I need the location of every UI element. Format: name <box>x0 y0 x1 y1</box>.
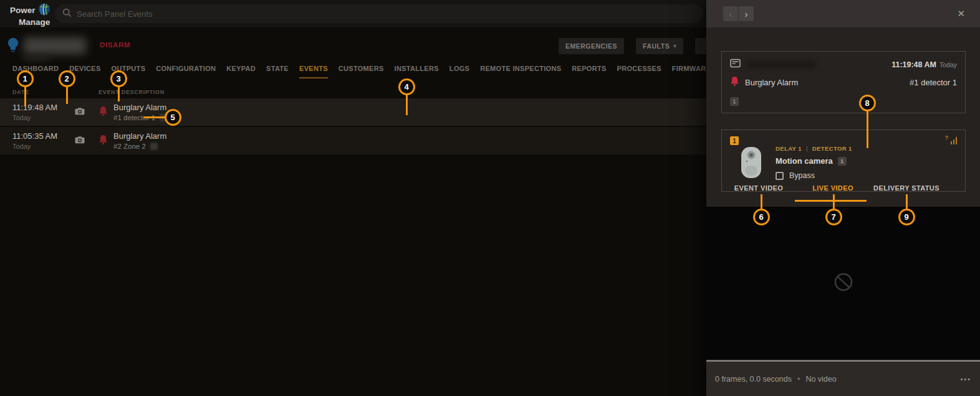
event-title: Burglary Alarm <box>113 103 167 112</box>
detail-panel-header: ‹ › ✕ <box>706 0 980 27</box>
bypass-checkbox[interactable] <box>776 172 784 180</box>
tab-live-video[interactable]: LIVE VIDEO <box>812 184 853 192</box>
event-zone: #1 detector 1 <box>910 78 957 87</box>
callout-line-5 <box>143 116 165 118</box>
close-button[interactable]: ✕ <box>957 8 965 19</box>
search-icon <box>62 8 72 20</box>
panel-bulb-icon <box>6 37 20 57</box>
events-table: DATE EVENT DESCRIPTION 11:19:48 AM Today <box>0 86 706 156</box>
tab-events[interactable]: EVENTS <box>299 65 328 78</box>
event-row-1[interactable]: 11:19:48 AM Today Burglary A <box>0 98 706 126</box>
globe-icon <box>38 3 50 17</box>
zone-badge-redacted <box>150 143 158 150</box>
emergencies-button[interactable]: EMERGENCIES <box>559 38 624 54</box>
callout-line-1 <box>24 87 26 106</box>
device-attr-detector: DETECTOR 1 <box>812 145 852 152</box>
camera-icon <box>75 106 98 118</box>
faults-dropdown[interactable]: FAULTS ▾ <box>636 38 683 54</box>
callout-line-3 <box>118 87 120 101</box>
tab-delivery-status[interactable]: DELIVERY STATUS <box>873 184 939 192</box>
event-pager: ‹ › <box>723 6 754 21</box>
partition-badge: 1 <box>730 97 739 106</box>
event-row-2[interactable]: 11:05:35 AM Today Burglary A <box>0 127 706 154</box>
control-panel-icon <box>730 59 741 70</box>
powermanage-logo: Power Manage <box>10 3 50 27</box>
close-icon: ✕ <box>957 8 965 19</box>
event-title: Burglary Alarm <box>113 131 166 141</box>
search-bar[interactable] <box>55 4 703 23</box>
tab-installers[interactable]: INSTALLERS <box>395 65 439 78</box>
motion-camera-device-image <box>741 146 762 181</box>
camera-icon <box>75 135 98 146</box>
panel-name-redacted <box>746 61 816 68</box>
callout-7: 7 <box>825 209 842 225</box>
chevron-down-icon: ▾ <box>673 43 676 49</box>
chevron-right-icon: › <box>745 9 748 19</box>
alarm-bell-icon <box>98 134 108 148</box>
device-name: Motion camera <box>776 156 833 166</box>
chevron-left-icon: ‹ <box>729 9 733 19</box>
event-time: 11:19:48 AM <box>891 60 936 69</box>
callout-9: 9 <box>898 209 915 225</box>
next-event-button[interactable]: › <box>739 6 754 21</box>
tab-firmware[interactable]: FIRMWARE <box>672 65 711 78</box>
video-tabs: EVENT VIDEO LIVE VIDEO DELIVERY STATUS <box>706 179 980 207</box>
bypass-label: Bypass <box>789 171 815 180</box>
callout-1: 1 <box>17 70 34 87</box>
callout-2: 2 <box>59 70 75 87</box>
event-summary-card: 11:19:48 AM Today Burglary Alarm #1 dete… <box>721 51 966 113</box>
video-frames-status: 0 frames, 0.0 seconds <box>715 375 792 384</box>
tab-reports[interactable]: REPORTS <box>572 65 606 78</box>
alarm-bell-icon <box>730 76 739 89</box>
panel-subname-redacted <box>24 55 50 61</box>
callout-6: 6 <box>753 209 770 225</box>
alarm-bell-icon <box>98 106 108 119</box>
tab-keypad[interactable]: KEYPAD <box>226 65 256 78</box>
video-availability: No video <box>805 375 836 384</box>
logo-text-manage: Manage <box>19 17 50 27</box>
callout-line-9 <box>906 194 908 209</box>
tab-configuration[interactable]: CONFIGURATION <box>156 65 216 78</box>
tab-logs[interactable]: LOGS <box>449 65 469 78</box>
event-detail-panel: ‹ › ✕ 11:19:48 AM <box>706 0 980 396</box>
callout-line-8 <box>867 111 868 148</box>
events-table-header: DATE EVENT DESCRIPTION <box>0 86 706 98</box>
powermanage-app: Power Manage <box>0 0 980 396</box>
event-date-cell: 11:05:35 AM Today <box>12 131 75 150</box>
event-title: Burglary Alarm <box>745 78 798 87</box>
event-date-cell: 11:19:48 AM Today <box>12 103 75 121</box>
previous-event-button[interactable]: ‹ <box>723 6 738 21</box>
callout-3: 3 <box>110 70 127 87</box>
tab-event-video[interactable]: EVENT VIDEO <box>734 184 783 192</box>
tab-customers[interactable]: CUSTOMERS <box>339 65 384 78</box>
callout-line-7 <box>833 194 835 209</box>
video-footer: 0 frames, 0.0 seconds • No video ••• <box>706 362 980 396</box>
panel-name-redacted <box>24 37 86 54</box>
video-viewport <box>706 207 980 360</box>
tab-processes[interactable]: PROCESSES <box>617 65 661 78</box>
tab-remote-inspections[interactable]: REMOTE INSPECTIONS <box>480 65 561 78</box>
zone-number-badge: 1 <box>730 136 739 145</box>
active-tab-indicator <box>795 200 867 202</box>
callout-line-4 <box>406 95 408 115</box>
callout-4: 4 <box>398 78 415 95</box>
panel-status-disarm: DISARM <box>100 41 130 49</box>
callout-line-6 <box>761 194 762 209</box>
no-video-icon <box>833 271 854 295</box>
signal-strength-unknown-icon: ? <box>945 136 958 144</box>
event-subtitle: #2 Zone 2 <box>113 143 146 150</box>
search-input[interactable] <box>77 9 696 19</box>
more-options-icon[interactable]: ••• <box>960 375 971 383</box>
device-attr-delay: DELAY 1 <box>776 145 802 152</box>
device-partition-badge: 1 <box>838 157 847 166</box>
callout-8: 8 <box>859 95 876 111</box>
tab-state[interactable]: STATE <box>266 65 289 78</box>
callout-line-2 <box>66 87 68 104</box>
event-date: Today <box>939 61 957 68</box>
callout-5: 5 <box>165 109 181 126</box>
logo-text-power: Power <box>10 6 36 15</box>
